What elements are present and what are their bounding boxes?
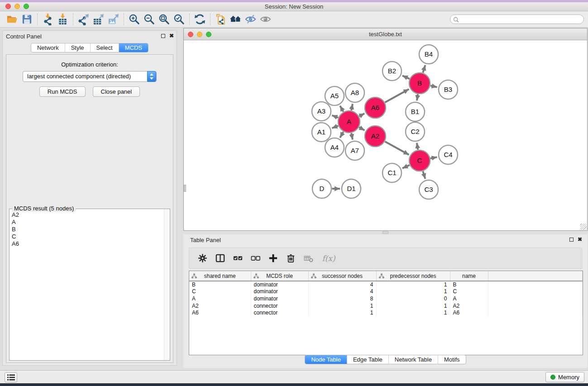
- edge-A-A8[interactable]: [351, 104, 353, 111]
- table-cell[interactable]: A: [450, 295, 488, 302]
- table-cell[interactable]: connector: [251, 302, 308, 310]
- open-session-icon[interactable]: [5, 13, 19, 26]
- node-A6[interactable]: A6: [365, 97, 386, 118]
- table-cell[interactable]: 1: [376, 302, 450, 310]
- table-cell[interactable]: 1: [376, 288, 450, 295]
- float-table-panel-icon[interactable]: [569, 238, 574, 242]
- column-header-successor-nodes[interactable]: successor nodes: [308, 271, 376, 281]
- copy-network-icon[interactable]: [213, 13, 228, 26]
- tab-network-table[interactable]: Network Table: [388, 355, 438, 364]
- result-scrollbar[interactable]: [164, 209, 170, 360]
- zoom-selected-icon[interactable]: [172, 13, 186, 26]
- close-panel-button[interactable]: Close panel: [93, 86, 140, 97]
- edge-A-A6[interactable]: [359, 114, 365, 116]
- node-C2[interactable]: C2: [406, 122, 425, 141]
- network-window-titlebar[interactable]: testGlobe.txt: [184, 29, 587, 40]
- zoom-fit-icon[interactable]: [157, 13, 172, 26]
- table-cell[interactable]: 0: [376, 295, 450, 302]
- node-B4[interactable]: B4: [419, 45, 438, 64]
- horizontal-splitter-handle[interactable]: [382, 231, 388, 234]
- node-B2[interactable]: B2: [382, 62, 402, 81]
- minimize-network-window-icon[interactable]: [197, 32, 202, 37]
- table-cell[interactable]: 1: [308, 309, 376, 316]
- edge-A6-B[interactable]: [385, 89, 409, 102]
- node-B1[interactable]: B1: [406, 102, 425, 121]
- memory-button[interactable]: Memory: [545, 372, 584, 382]
- split-view-icon[interactable]: [213, 252, 227, 265]
- import-table-icon[interactable]: [55, 13, 70, 26]
- edge-B-B3[interactable]: [430, 86, 437, 87]
- table-cell[interactable]: 1: [376, 309, 450, 316]
- resize-grip-icon[interactable]: [580, 224, 587, 230]
- tab-motifs[interactable]: Motifs: [438, 355, 466, 364]
- node-A5[interactable]: A5: [325, 86, 344, 105]
- app-titlebar[interactable]: Session: New Session: [0, 2, 588, 11]
- node-C4[interactable]: C4: [439, 145, 458, 164]
- export-network-icon[interactable]: [76, 13, 91, 26]
- table-row[interactable]: A2connector11A2: [189, 302, 583, 310]
- node-D1[interactable]: D1: [342, 179, 361, 198]
- table-cell[interactable]: 4: [308, 288, 376, 295]
- import-network-icon[interactable]: [40, 13, 55, 26]
- table-cell[interactable]: A: [189, 295, 251, 302]
- edge-C-C2[interactable]: [417, 143, 418, 150]
- table-cell[interactable]: C: [189, 288, 251, 295]
- delete-columns-icon[interactable]: [284, 252, 297, 265]
- table-row[interactable]: A6connector11A6: [189, 309, 583, 316]
- maximize-network-window-icon[interactable]: [206, 32, 211, 37]
- network-canvas[interactable]: B4B2BB3A8A5A6A3B1AA1C2A2A4A7C4CC1DD1C3: [184, 40, 587, 230]
- tab-network[interactable]: Network: [31, 43, 65, 52]
- table-cell[interactable]: dominator: [251, 295, 308, 302]
- select-all-columns-icon[interactable]: [231, 252, 244, 265]
- tab-select[interactable]: Select: [90, 43, 119, 52]
- column-header-predecessor-nodes[interactable]: predecessor nodes: [376, 271, 450, 281]
- tab-style[interactable]: Style: [65, 43, 90, 52]
- save-session-icon[interactable]: [19, 13, 34, 26]
- node-A1[interactable]: A1: [312, 123, 331, 142]
- edge-A-A3[interactable]: [332, 115, 338, 118]
- close-network-window-icon[interactable]: [188, 32, 193, 37]
- column-settings-icon[interactable]: [196, 252, 209, 265]
- node-D[interactable]: D: [312, 179, 331, 198]
- node-A8[interactable]: A8: [345, 83, 364, 102]
- table-cell[interactable]: dominator: [251, 281, 308, 288]
- float-panel-icon[interactable]: [161, 34, 165, 38]
- edge-C-C4[interactable]: [430, 157, 437, 158]
- edge-B-B4[interactable]: [423, 65, 425, 73]
- close-table-panel-icon[interactable]: ✖: [578, 237, 582, 242]
- column-header-name[interactable]: name: [450, 271, 488, 281]
- home-icon[interactable]: [228, 13, 243, 26]
- vertical-splitter-handle[interactable]: [184, 185, 186, 192]
- zoom-out-icon[interactable]: [142, 13, 157, 26]
- run-mcds-button[interactable]: Run MCDS: [39, 86, 86, 97]
- table-cell[interactable]: A2: [189, 302, 251, 310]
- table-cell[interactable]: dominator: [251, 288, 308, 295]
- node-B[interactable]: B: [409, 73, 430, 94]
- edge-C-C3[interactable]: [423, 171, 425, 179]
- edge-A-A7[interactable]: [351, 133, 353, 140]
- table-cell[interactable]: C: [450, 288, 488, 295]
- hide-selected-icon[interactable]: [243, 13, 258, 26]
- minimize-window-icon[interactable]: [14, 4, 20, 9]
- table-row[interactable]: Cdominator41C: [189, 288, 583, 295]
- edge-C-C1[interactable]: [402, 165, 410, 168]
- table-cell[interactable]: 4: [308, 281, 376, 288]
- table-cell[interactable]: 1: [376, 281, 450, 288]
- table-cell[interactable]: B: [189, 281, 251, 288]
- edge-A-A4[interactable]: [340, 132, 343, 138]
- edge-A2-C[interactable]: [385, 142, 409, 155]
- node-C3[interactable]: C3: [419, 180, 438, 199]
- zoom-in-icon[interactable]: [127, 13, 142, 26]
- tab-mcds[interactable]: MCDS: [119, 43, 148, 52]
- node-A3[interactable]: A3: [312, 102, 331, 121]
- table-cell[interactable]: 1: [308, 302, 376, 310]
- column-header-shared-name[interactable]: shared name: [189, 271, 251, 281]
- node-A4[interactable]: A4: [325, 138, 344, 157]
- table-row[interactable]: Adominator80A: [189, 295, 583, 302]
- node-A7[interactable]: A7: [345, 141, 364, 160]
- unselect-all-columns-icon[interactable]: [249, 252, 262, 265]
- node-C1[interactable]: C1: [382, 163, 402, 182]
- edge-A-A2[interactable]: [359, 127, 364, 130]
- show-all-icon[interactable]: [258, 13, 273, 26]
- table-cell[interactable]: connector: [251, 309, 308, 316]
